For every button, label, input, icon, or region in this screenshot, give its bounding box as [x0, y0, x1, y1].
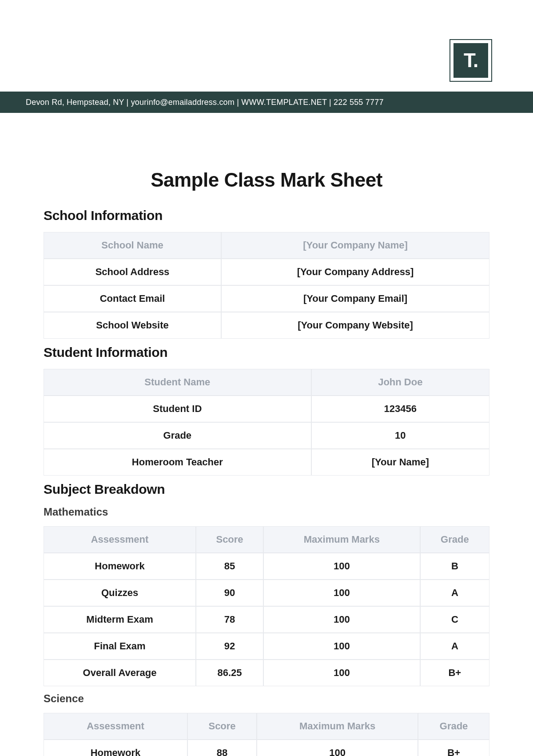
table-header-row: Assessment Score Maximum Marks Grade	[44, 526, 489, 553]
school-info-label: School Website	[44, 312, 221, 339]
subject-heading-mathematics: Mathematics	[44, 506, 489, 518]
cell-assessment: Quizzes	[44, 580, 196, 606]
page-title: Sample Class Mark Sheet	[44, 169, 489, 191]
logo-icon: T.	[453, 43, 488, 78]
header-contact-bar: Devon Rd, Hempstead, NY | yourinfo@email…	[0, 92, 533, 113]
cell-score: 92	[196, 633, 263, 660]
cell-grade: C	[420, 606, 489, 633]
table-row: Student ID 123456	[44, 396, 489, 422]
student-info-label: Homeroom Teacher	[44, 449, 311, 476]
cell-score: 78	[196, 606, 263, 633]
cell-score: 90	[196, 580, 263, 606]
col-grade: Grade	[418, 713, 489, 740]
school-info-table: School Name [Your Company Name] School A…	[44, 232, 489, 339]
table-row: Midterm Exam 78 100 C	[44, 606, 489, 633]
cell-score: 85	[196, 553, 263, 580]
cell-max: 100	[257, 740, 418, 756]
subject-heading-science: Science	[44, 692, 489, 705]
student-info-label: Student Name	[44, 369, 311, 396]
table-row: Homework 88 100 B+	[44, 740, 489, 756]
cell-grade: B+	[420, 660, 489, 686]
header-contact-text: Devon Rd, Hempstead, NY | yourinfo@email…	[26, 98, 384, 107]
table-row: Student Name John Doe	[44, 369, 489, 396]
school-info-value: [Your Company Address]	[221, 259, 489, 285]
table-row: School Address [Your Company Address]	[44, 259, 489, 285]
school-info-value: [Your Company Name]	[221, 232, 489, 259]
cell-grade: A	[420, 633, 489, 660]
cell-score: 86.25	[196, 660, 263, 686]
school-info-label: School Name	[44, 232, 221, 259]
table-row: Homework 85 100 B	[44, 553, 489, 580]
document-content: Sample Class Mark Sheet School Informati…	[44, 169, 489, 756]
col-assessment: Assessment	[44, 713, 187, 740]
cell-max: 100	[263, 606, 420, 633]
col-score: Score	[196, 526, 263, 553]
col-score: Score	[187, 713, 257, 740]
col-grade: Grade	[420, 526, 489, 553]
logo-box: T.	[449, 39, 492, 82]
table-row: Grade 10	[44, 422, 489, 449]
table-row: Final Exam 92 100 A	[44, 633, 489, 660]
cell-max: 100	[263, 660, 420, 686]
cell-max: 100	[263, 580, 420, 606]
table-header-row: Assessment Score Maximum Marks Grade	[44, 713, 489, 740]
table-row: Contact Email [Your Company Email]	[44, 285, 489, 312]
grades-table-mathematics: Assessment Score Maximum Marks Grade Hom…	[44, 526, 489, 686]
student-info-value: 10	[311, 422, 489, 449]
school-info-label: Contact Email	[44, 285, 221, 312]
col-max: Maximum Marks	[257, 713, 418, 740]
cell-grade: B	[420, 553, 489, 580]
subject-breakdown-heading: Subject Breakdown	[44, 482, 489, 497]
cell-assessment: Final Exam	[44, 633, 196, 660]
student-info-value: [Your Name]	[311, 449, 489, 476]
cell-assessment: Overall Average	[44, 660, 196, 686]
cell-max: 100	[263, 633, 420, 660]
table-row: School Website [Your Company Website]	[44, 312, 489, 339]
table-row: Quizzes 90 100 A	[44, 580, 489, 606]
student-info-label: Grade	[44, 422, 311, 449]
school-info-heading: School Information	[44, 208, 489, 223]
school-info-label: School Address	[44, 259, 221, 285]
cell-grade: A	[420, 580, 489, 606]
table-row: Overall Average 86.25 100 B+	[44, 660, 489, 686]
school-info-value: [Your Company Email]	[221, 285, 489, 312]
cell-max: 100	[263, 553, 420, 580]
cell-assessment: Midterm Exam	[44, 606, 196, 633]
cell-score: 88	[187, 740, 257, 756]
cell-assessment: Homework	[44, 553, 196, 580]
table-row: Homeroom Teacher [Your Name]	[44, 449, 489, 476]
cell-assessment: Homework	[44, 740, 187, 756]
student-info-value: 123456	[311, 396, 489, 422]
col-assessment: Assessment	[44, 526, 196, 553]
student-info-table: Student Name John Doe Student ID 123456 …	[44, 369, 489, 476]
school-info-value: [Your Company Website]	[221, 312, 489, 339]
student-info-label: Student ID	[44, 396, 311, 422]
table-row: School Name [Your Company Name]	[44, 232, 489, 259]
student-info-value: John Doe	[311, 369, 489, 396]
grades-table-science: Assessment Score Maximum Marks Grade Hom…	[44, 713, 489, 756]
cell-grade: B+	[418, 740, 489, 756]
student-info-heading: Student Information	[44, 345, 489, 360]
col-max: Maximum Marks	[263, 526, 420, 553]
